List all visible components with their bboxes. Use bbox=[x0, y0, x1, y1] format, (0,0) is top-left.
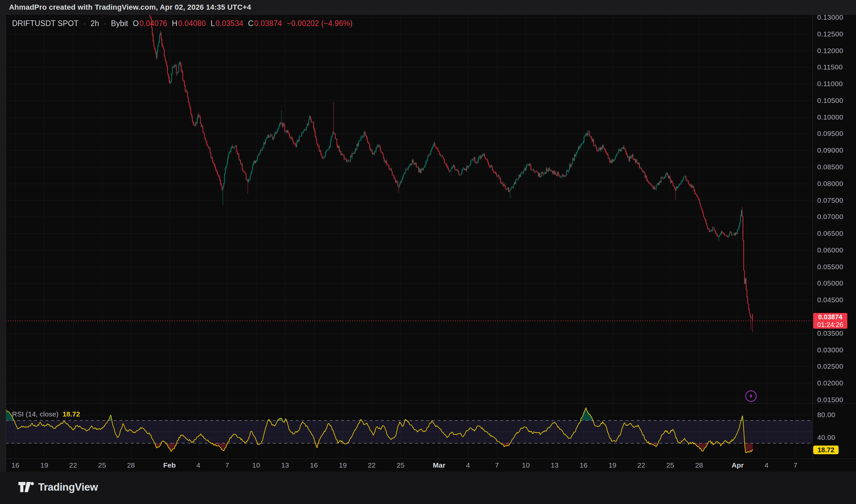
rsi-value-badge: 18.72 bbox=[813, 446, 839, 454]
change-label: −0.00202 (−4.96%) bbox=[287, 19, 353, 28]
bar-countdown: 01:24:26 bbox=[813, 321, 847, 329]
price-axis-label: 0.12500 bbox=[817, 30, 843, 38]
price-axis-label: 0.12000 bbox=[817, 47, 843, 54]
price-axis-label: 0.11500 bbox=[817, 64, 843, 71]
time-axis-label: 28 bbox=[127, 461, 135, 469]
price-axis-label: 0.09500 bbox=[817, 130, 843, 137]
symbol-legend: DRIFTUSDT SPOT · 2h · Bybit O0.04076 H0.… bbox=[12, 19, 353, 28]
time-axis-label: 7 bbox=[225, 461, 229, 469]
time-axis-label: 25 bbox=[98, 461, 106, 469]
symbol-title[interactable]: DRIFTUSDT SPOT bbox=[12, 19, 79, 28]
ohlc-high: H0.04080 bbox=[172, 19, 206, 28]
time-axis-label: 19 bbox=[609, 461, 616, 469]
time-axis-label: 19 bbox=[339, 461, 347, 469]
time-axis-label: Mar bbox=[433, 461, 445, 469]
time-axis-label: 16 bbox=[310, 461, 318, 469]
interval-label[interactable]: 2h bbox=[91, 19, 99, 28]
time-axis-label: Apr bbox=[732, 461, 744, 469]
rsi-title[interactable]: RSI (14, close) bbox=[12, 410, 58, 418]
price-axis-label: 0.05500 bbox=[817, 263, 843, 271]
instant-trading-button[interactable] bbox=[745, 391, 757, 402]
price-axis-label: 0.02500 bbox=[817, 363, 843, 370]
time-axis-label: 10 bbox=[252, 461, 260, 469]
time-axis-label: 22 bbox=[69, 461, 77, 469]
last-price-badge: 0.03874 01:24:26 bbox=[813, 313, 847, 329]
tradingview-mark-icon bbox=[18, 481, 34, 493]
price-axis-label: 0.10000 bbox=[817, 113, 843, 121]
legend-separator: · bbox=[104, 19, 106, 28]
time-axis-label: 4 bbox=[765, 461, 769, 469]
lightning-bolt-icon bbox=[748, 393, 754, 399]
price-axis-label: 0.07000 bbox=[817, 213, 843, 220]
left-margin bbox=[0, 14, 6, 472]
rsi-axis-label: 80.00 bbox=[817, 411, 835, 418]
price-axis-label: 0.02000 bbox=[817, 379, 843, 387]
time-axis-label: 16 bbox=[11, 461, 19, 469]
price-axis-label: 0.11000 bbox=[817, 80, 843, 88]
ohlc-open: O0.04076 bbox=[133, 19, 167, 28]
price-axis-label: 0.09000 bbox=[817, 147, 843, 154]
price-axis-label: 0.04500 bbox=[817, 296, 843, 304]
price-axis-label: 0.10500 bbox=[817, 97, 843, 104]
time-axis-label: 25 bbox=[397, 461, 404, 469]
pane-left-border bbox=[6, 14, 6, 472]
legend-separator: · bbox=[83, 19, 86, 28]
tradingview-logo[interactable]: TradingView bbox=[18, 481, 98, 493]
last-price-value: 0.03874 bbox=[813, 313, 847, 321]
tradingview-wordmark: TradingView bbox=[38, 481, 98, 493]
rsi-axis-label: 40.00 bbox=[817, 434, 835, 441]
time-axis-label: 10 bbox=[522, 461, 530, 469]
rsi-legend: RSI (14, close) 18.72 bbox=[12, 410, 80, 418]
time-axis-label: 22 bbox=[637, 461, 645, 469]
price-axis-label: 0.01500 bbox=[817, 396, 843, 403]
time-axis-label: Feb bbox=[163, 461, 175, 469]
price-axis-label: 0.08000 bbox=[817, 180, 843, 187]
price-axis-label: 0.13000 bbox=[817, 14, 843, 21]
pane-separator[interactable] bbox=[6, 403, 856, 404]
rsi-current-value: 18.72 bbox=[63, 410, 80, 418]
price-axis-label: 0.05000 bbox=[817, 280, 843, 287]
price-axis-label: 0.08500 bbox=[817, 163, 843, 171]
time-axis-label: 4 bbox=[196, 461, 200, 469]
time-axis-label: 7 bbox=[793, 461, 798, 469]
time-axis-border bbox=[6, 458, 856, 459]
exchange-label: Bybit bbox=[111, 19, 128, 28]
time-axis-label: 4 bbox=[466, 461, 470, 469]
price-axis-label: 0.06500 bbox=[817, 230, 843, 237]
price-axis-border bbox=[812, 14, 813, 458]
time-axis-label: 7 bbox=[495, 461, 499, 469]
time-axis-label: 22 bbox=[368, 461, 376, 469]
snapshot-attribution: AhmadPro created with TradingView.com, A… bbox=[9, 0, 251, 14]
time-axis-label: 13 bbox=[281, 461, 289, 469]
time-axis-label: 13 bbox=[551, 461, 559, 469]
price-axis-label: 0.07500 bbox=[817, 197, 843, 204]
price-chart-canvas[interactable] bbox=[6, 14, 812, 458]
pane-top-border bbox=[6, 14, 856, 15]
time-axis-label: 25 bbox=[666, 461, 674, 469]
time-axis-label: 19 bbox=[40, 461, 48, 469]
price-axis-label: 0.03000 bbox=[817, 346, 843, 354]
ohlc-low: L0.03534 bbox=[211, 19, 243, 28]
price-axis-label: 0.03500 bbox=[817, 330, 843, 337]
price-axis-label: 0.06000 bbox=[817, 247, 843, 254]
time-axis-label: 28 bbox=[695, 461, 703, 469]
ohlc-close: C0.03874 bbox=[248, 19, 282, 28]
time-axis-label: 16 bbox=[580, 461, 587, 469]
